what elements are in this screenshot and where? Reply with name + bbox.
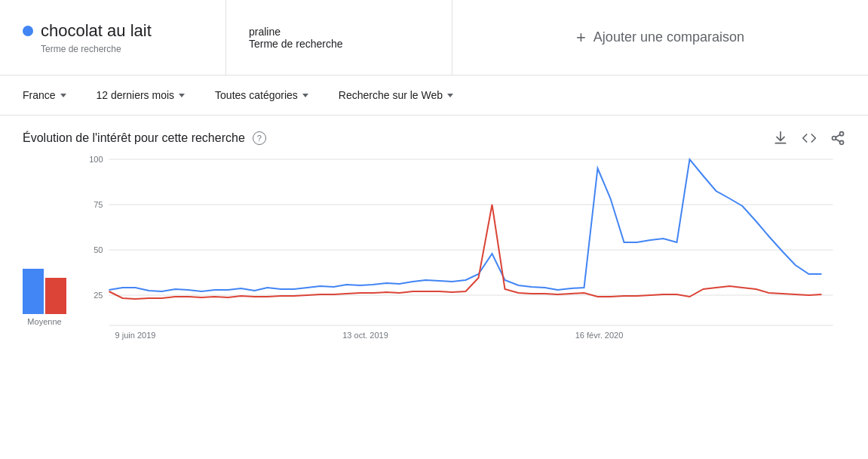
red-line — [109, 205, 822, 299]
search-type-chevron-icon — [447, 94, 453, 97]
svg-text:25: 25 — [94, 291, 103, 300]
chart-container: Moyenne 100 75 50 25 9 juin 2019 13 oct.… — [23, 153, 845, 343]
search-term-2: praline Terme de recherche — [226, 0, 452, 75]
term2-label: Terme de recherche — [249, 38, 429, 50]
chart-section: Évolution de l'intérêt pour cette recher… — [0, 116, 868, 350]
chart-title-text: Évolution de l'intérêt pour cette recher… — [23, 131, 245, 145]
filter-bar: France 12 derniers mois Toutes catégorie… — [0, 75, 868, 116]
svg-line-4 — [836, 134, 840, 137]
period-chevron-icon — [179, 94, 185, 97]
embed-button[interactable] — [802, 131, 817, 146]
svg-text:75: 75 — [94, 200, 103, 209]
svg-line-3 — [836, 139, 840, 141]
avg-label: Moyenne — [27, 317, 61, 326]
chart-title-row: Évolution de l'intérêt pour cette recher… — [23, 131, 845, 146]
help-icon[interactable]: ? — [253, 131, 266, 145]
term1-label: Terme de recherche — [41, 44, 203, 54]
location-filter[interactable]: France — [15, 85, 74, 106]
blue-line — [109, 159, 822, 291]
search-type-filter[interactable]: Recherche sur le Web — [331, 85, 461, 106]
chart-average: Moyenne — [23, 269, 66, 343]
category-filter[interactable]: Toutes catégories — [207, 85, 316, 106]
share-button[interactable] — [830, 131, 845, 146]
svg-text:9 juin 2019: 9 juin 2019 — [115, 331, 156, 340]
term1-name: chocolat au lait — [23, 21, 203, 41]
term2-name: praline — [249, 26, 429, 38]
avg-bars — [23, 269, 66, 314]
search-type-label: Recherche sur le Web — [339, 89, 443, 101]
avg-bar-blue — [23, 269, 44, 314]
chart-plot-area: 100 75 50 25 9 juin 2019 13 oct. 2019 16… — [74, 153, 845, 343]
chart-svg: 100 75 50 25 9 juin 2019 13 oct. 2019 16… — [74, 153, 845, 340]
search-term-1: chocolat au lait Terme de recherche — [0, 0, 226, 75]
avg-bar-red — [45, 278, 66, 314]
chart-actions — [773, 131, 845, 146]
add-comparison-button[interactable]: + Ajouter une comparaison — [452, 0, 868, 75]
chart-title: Évolution de l'intérêt pour cette recher… — [23, 131, 266, 145]
plus-icon: + — [576, 28, 586, 48]
location-chevron-icon — [60, 94, 66, 97]
download-button[interactable] — [773, 131, 788, 146]
period-filter[interactable]: 12 derniers mois — [89, 85, 193, 106]
category-chevron-icon — [302, 94, 308, 97]
add-comparison-label: Ajouter une comparaison — [593, 29, 744, 45]
svg-text:16 févr. 2020: 16 févr. 2020 — [575, 331, 624, 340]
svg-text:50: 50 — [94, 245, 103, 254]
svg-text:100: 100 — [89, 155, 103, 164]
svg-text:13 oct. 2019: 13 oct. 2019 — [342, 331, 388, 340]
term1-dot — [23, 26, 33, 36]
category-label: Toutes catégories — [215, 89, 298, 101]
location-label: France — [23, 89, 56, 101]
period-label: 12 derniers mois — [97, 89, 175, 101]
header-bar: chocolat au lait Terme de recherche pral… — [0, 0, 868, 75]
